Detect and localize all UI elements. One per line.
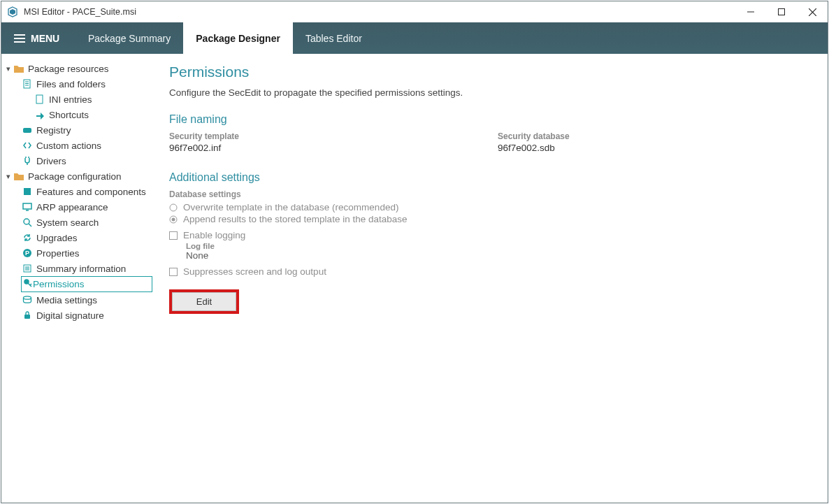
monitor-icon xyxy=(21,201,34,213)
sidebar-item-shortcuts[interactable]: Shortcuts xyxy=(1,107,154,122)
content-panel: Permissions Configure the SecEdit to pro… xyxy=(154,54,828,503)
sidebar-item-features[interactable]: Features and components xyxy=(1,184,154,199)
sidebar-item-media[interactable]: Media settings xyxy=(1,292,154,308)
checkbox-icon xyxy=(169,231,178,240)
radio-overwrite[interactable]: Overwrite template in the database (reco… xyxy=(169,202,812,213)
ini-icon xyxy=(34,94,46,105)
app-icon xyxy=(7,6,18,17)
sidebar-item-custom-actions[interactable]: Custom actions xyxy=(1,138,154,153)
svg-point-26 xyxy=(24,296,31,299)
radio-icon xyxy=(169,203,178,212)
close-button[interactable] xyxy=(797,1,828,22)
svg-point-15 xyxy=(24,219,29,224)
sidebar-item-search[interactable]: System search xyxy=(1,215,154,230)
svg-rect-13 xyxy=(23,203,31,209)
puzzle-icon xyxy=(21,186,34,197)
field-security-database: Security database 96f7e002.sdb xyxy=(498,131,791,153)
logfile-label: Log file xyxy=(186,242,812,250)
checkbox-icon xyxy=(169,268,178,276)
section-file-naming: File naming xyxy=(169,113,812,126)
checkbox-suppress[interactable]: Suppresses screen and log output xyxy=(169,266,812,277)
svg-text:P: P xyxy=(25,250,29,257)
chevron-down-icon: ▾ xyxy=(4,64,13,73)
shortcut-icon xyxy=(34,109,46,120)
checkbox-logging[interactable]: Enable logging xyxy=(169,230,812,240)
code-icon xyxy=(21,140,34,151)
tree-section-resources[interactable]: ▾ Package resources xyxy=(1,61,154,76)
sidebar-item-registry[interactable]: Registry xyxy=(1,122,154,138)
svg-line-16 xyxy=(29,224,31,226)
field-row-file-naming: Security template 96f7e002.inf Security … xyxy=(169,131,812,153)
edit-button[interactable]: Edit xyxy=(172,292,236,311)
sidebar-item-signature[interactable]: Digital signature xyxy=(1,308,154,323)
svg-point-30 xyxy=(172,217,175,221)
properties-icon: P xyxy=(21,247,34,259)
svg-rect-31 xyxy=(170,231,178,239)
tree-section-configuration[interactable]: ▾ Package configuration xyxy=(1,168,154,184)
sidebar-item-files-folders[interactable]: Files and folders xyxy=(1,76,154,92)
body: ▾ Package resources Files and folders IN… xyxy=(1,54,828,503)
sidebar-item-permissions[interactable]: Permissions xyxy=(21,276,152,292)
svg-rect-3 xyxy=(779,9,785,15)
sidebar-item-arp[interactable]: ARP appearance xyxy=(1,199,154,215)
svg-line-25 xyxy=(30,284,31,285)
chevron-down-icon: ▾ xyxy=(4,172,13,181)
field-value: 96f7e002.inf xyxy=(169,143,463,153)
logfile-field: Log file None xyxy=(169,242,812,261)
maximize-button[interactable] xyxy=(766,1,797,22)
minimize-button[interactable] xyxy=(735,1,766,22)
folder-icon xyxy=(13,171,25,182)
field-security-template: Security template 96f7e002.inf xyxy=(169,131,463,153)
field-label: Security template xyxy=(169,131,463,141)
menu-label: MENU xyxy=(31,33,59,44)
field-label: Security database xyxy=(498,131,791,141)
titlebar: MSI Editor - PACE_Suite.msi xyxy=(1,1,828,22)
tab-package-designer[interactable]: Package Designer xyxy=(183,22,293,54)
edit-highlight: Edit xyxy=(169,289,239,314)
sidebar-item-drivers[interactable]: Drivers xyxy=(1,153,154,168)
radio-append[interactable]: Append results to the stored template in… xyxy=(169,214,812,224)
page-title: Permissions xyxy=(169,64,812,80)
registry-icon xyxy=(21,124,34,136)
window: MSI Editor - PACE_Suite.msi MENU Package… xyxy=(1,1,828,503)
svg-rect-32 xyxy=(170,268,178,275)
section-additional-settings: Additional settings xyxy=(169,171,812,184)
key-icon xyxy=(23,278,33,290)
svg-rect-10 xyxy=(36,95,43,103)
sidebar: ▾ Package resources Files and folders IN… xyxy=(1,54,154,503)
svg-point-28 xyxy=(170,204,177,211)
settings-group: Database settings Overwrite template in … xyxy=(169,189,812,277)
menubar: MENU Package Summary Package Designer Ta… xyxy=(1,22,828,54)
plug-icon xyxy=(21,155,34,166)
svg-rect-11 xyxy=(23,128,31,133)
sidebar-item-ini[interactable]: INI entries xyxy=(1,92,154,107)
folder-icon xyxy=(13,63,25,74)
svg-marker-1 xyxy=(10,9,15,15)
sidebar-item-properties[interactable]: P Properties xyxy=(1,245,154,261)
list-icon xyxy=(21,263,34,274)
search-icon xyxy=(21,217,34,228)
sidebar-item-summary[interactable]: Summary information xyxy=(1,261,154,276)
menu-toggle[interactable]: MENU xyxy=(1,22,75,54)
disc-icon xyxy=(21,294,34,305)
page-desc: Configure the SecEdit to propagate the s… xyxy=(169,87,812,98)
window-title: MSI Editor - PACE_Suite.msi xyxy=(24,7,136,17)
sidebar-item-upgrades[interactable]: Upgrades xyxy=(1,230,154,245)
field-value: 96f7e002.sdb xyxy=(498,143,791,153)
logfile-value: None xyxy=(186,250,812,261)
document-icon xyxy=(21,78,34,89)
db-settings-label: Database settings xyxy=(169,189,812,199)
tab-tables-editor[interactable]: Tables Editor xyxy=(293,22,375,54)
hamburger-icon xyxy=(14,34,25,43)
svg-rect-12 xyxy=(24,188,31,195)
refresh-icon xyxy=(21,232,34,243)
svg-rect-27 xyxy=(24,315,30,319)
radio-checked-icon xyxy=(169,215,178,224)
lock-icon xyxy=(21,310,34,321)
tab-package-summary[interactable]: Package Summary xyxy=(75,22,183,54)
